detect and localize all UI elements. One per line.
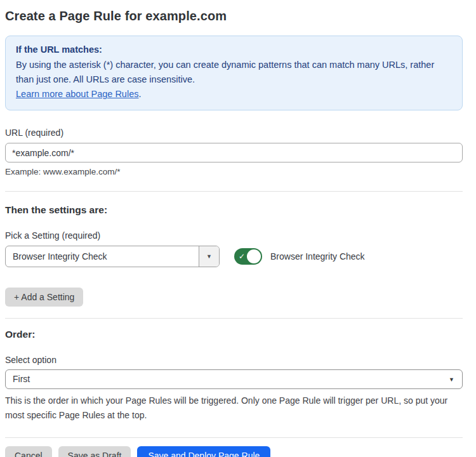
link-period: . [138, 89, 141, 99]
order-helper-text: This is the order in which your Page Rul… [5, 394, 457, 422]
setting-row: Browser Integrity Check ▼ ✓ Browser Inte… [5, 246, 463, 267]
add-setting-button[interactable]: + Add a Setting [5, 288, 83, 307]
settings-section-heading: Then the settings are: [5, 204, 463, 216]
url-example-helper: Example: www.example.com/* [5, 167, 463, 176]
divider [5, 318, 463, 319]
url-field-label: URL (required) [5, 128, 463, 138]
order-select-label: Select option [5, 355, 463, 365]
page-title: Create a Page Rule for example.com [5, 9, 463, 23]
info-box-body: By using the asterisk (*) character, you… [16, 58, 452, 87]
info-box-link-line: Learn more about Page Rules. [16, 87, 452, 102]
chevron-down-icon: ▼ [449, 376, 454, 383]
toggle-label: Browser Integrity Check [270, 251, 365, 262]
form-container: Create a Page Rule for example.com If th… [5, 9, 463, 457]
setting-picker-label: Pick a Setting (required) [5, 230, 463, 241]
save-as-draft-button[interactable]: Save as Draft [58, 446, 131, 457]
check-icon: ✓ [239, 253, 245, 260]
info-box-heading: If the URL matches: [16, 43, 452, 57]
save-and-deploy-button[interactable]: Save and Deploy Page Rule [137, 446, 270, 457]
cancel-button[interactable]: Cancel [5, 446, 52, 457]
url-match-info-box: If the URL matches: By using the asteris… [5, 36, 463, 110]
toggle-knob [247, 249, 261, 263]
order-select-value: First [6, 370, 462, 388]
page-rule-form: Create a Page Rule for example.com If th… [0, 0, 476, 457]
divider [5, 437, 463, 438]
footer-actions: Cancel Save as Draft Save and Deploy Pag… [5, 446, 463, 457]
divider [5, 191, 463, 192]
setting-dropdown[interactable]: Browser Integrity Check ▼ [5, 246, 220, 267]
url-input[interactable] [5, 143, 463, 162]
setting-dropdown-arrow-button[interactable]: ▼ [199, 246, 219, 267]
browser-integrity-toggle[interactable]: ✓ [234, 248, 262, 265]
order-select[interactable]: First ▼ [5, 369, 463, 389]
order-section-heading: Order: [5, 329, 463, 340]
chevron-down-icon: ▼ [206, 254, 212, 260]
learn-more-link[interactable]: Learn more about Page Rules [16, 89, 138, 99]
setting-dropdown-value: Browser Integrity Check [6, 246, 199, 267]
